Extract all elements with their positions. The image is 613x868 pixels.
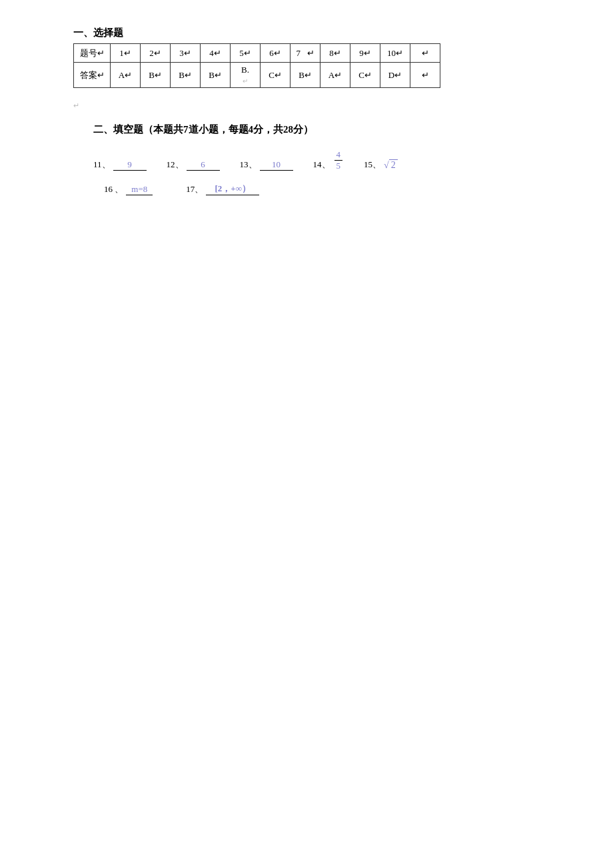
fill-item-12: 12、 6 <box>167 159 220 171</box>
fill-item-17: 17、 [2，+∞） <box>186 183 259 195</box>
col-8-answer: A↵ <box>320 63 350 88</box>
answer-label: 答案↵ <box>74 63 111 88</box>
fill-item-14: 14、 4 5 <box>313 149 344 171</box>
section-two-title: 二、填空题（本题共7道小题，每题4分，共28分） <box>93 123 573 136</box>
fill-row-2: 16 、 m=8 17、 [2，+∞） <box>104 183 573 195</box>
fill-num-11: 11、 <box>93 159 111 171</box>
fill-num-12: 12、 <box>167 159 184 171</box>
fill-answer-13: 10 <box>260 159 293 171</box>
col-10-answer: D↵ <box>380 63 410 88</box>
fill-answer-12: 6 <box>187 159 220 171</box>
col-2-answer: B↵ <box>141 63 171 88</box>
fill-row-1: 11、 9 12、 6 13、 10 14、 4 5 15、 √2 <box>93 149 573 171</box>
fill-num-13: 13、 <box>240 159 257 171</box>
col-8-num: 8↵ <box>320 44 350 63</box>
numerator-14: 4 <box>334 149 343 161</box>
header-label: 题号↵ <box>74 44 111 63</box>
col-7-answer: B↵ <box>291 63 320 88</box>
fill-answer-17: [2，+∞） <box>206 183 259 195</box>
fill-num-14: 14、 <box>313 159 330 171</box>
fill-num-15: 15、 <box>364 159 381 171</box>
col-extra-answer: ↵ <box>410 63 440 88</box>
col-9-num: 9↵ <box>350 44 380 63</box>
col-1-answer: A↵ <box>111 63 141 88</box>
fill-answer-11: 9 <box>113 159 147 171</box>
fill-item-13: 13、 10 <box>240 159 293 171</box>
col-10-num: 10↵ <box>380 44 410 63</box>
col-7-num: 7 ↵ <box>291 44 320 63</box>
col-6-answer: C↵ <box>261 63 291 88</box>
answer-table-container: 题号↵ 1↵ 2↵ 3↵ 4↵ 5↵ 6↵ 7 ↵ 8↵ 9↵ 10↵ ↵ 答案… <box>73 43 573 88</box>
section-one: 一、选择题 题号↵ 1↵ 2↵ 3↵ 4↵ 5↵ 6↵ 7 ↵ 8↵ 9↵ 10… <box>40 27 573 110</box>
col-5-num: 5↵ <box>231 44 261 63</box>
section-one-title: 一、选择题 <box>73 27 573 39</box>
col-3-answer: B↵ <box>171 63 201 88</box>
fill-answer-14: 4 5 <box>333 149 344 171</box>
table-header-row: 题号↵ 1↵ 2↵ 3↵ 4↵ 5↵ 6↵ 7 ↵ 8↵ 9↵ 10↵ ↵ <box>74 44 440 63</box>
denominator-14: 5 <box>334 161 343 171</box>
fraction-14: 4 5 <box>334 149 343 171</box>
sqrt-value-15: 2 <box>389 159 398 171</box>
col-4-answer: B↵ <box>201 63 231 88</box>
col-6-num: 6↵ <box>261 44 291 63</box>
fill-answer-16: m=8 <box>126 184 153 195</box>
col-5-answer: B.↵ <box>231 63 261 88</box>
col-1-num: 1↵ <box>111 44 141 63</box>
table-answer-row: 答案↵ A↵ B↵ B↵ B↵ B.↵ C↵ B↵ A↵ C↵ D↵ ↵ <box>74 63 440 88</box>
section-two: 二、填空题（本题共7道小题，每题4分，共28分） 11、 9 12、 6 13、… <box>93 123 573 195</box>
fill-item-16: 16 、 m=8 <box>104 183 153 195</box>
fill-num-16: 16 、 <box>104 183 123 195</box>
col-extra: ↵ <box>410 44 440 63</box>
col-9-answer: C↵ <box>350 63 380 88</box>
fill-item-15: 15、 √2 <box>364 159 398 171</box>
col-4-num: 4↵ <box>201 44 231 63</box>
col-2-num: 2↵ <box>141 44 171 63</box>
answer-table: 题号↵ 1↵ 2↵ 3↵ 4↵ 5↵ 6↵ 7 ↵ 8↵ 9↵ 10↵ ↵ 答案… <box>73 43 440 88</box>
fill-num-17: 17、 <box>186 183 203 195</box>
fill-answer-15: √2 <box>384 159 398 171</box>
col-3-num: 3↵ <box>171 44 201 63</box>
return-mark-1: ↵ <box>73 101 573 110</box>
fill-item-11: 11、 9 <box>93 159 147 171</box>
